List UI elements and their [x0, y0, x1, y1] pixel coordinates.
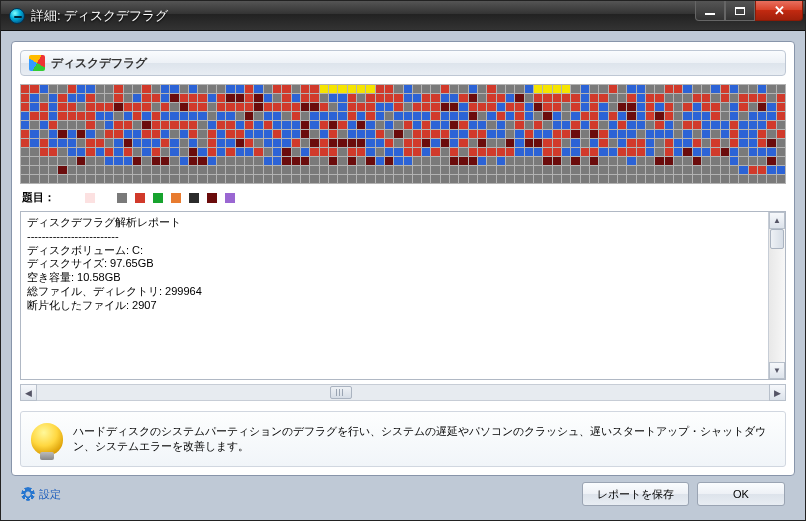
defrag-block [627, 112, 635, 120]
defrag-block [30, 148, 38, 156]
defrag-block [292, 112, 300, 120]
defrag-block [777, 112, 785, 120]
defrag-block [226, 121, 234, 129]
defrag-block [198, 157, 206, 165]
defrag-block [693, 103, 701, 111]
defrag-block [655, 112, 663, 120]
defrag-block [282, 94, 290, 102]
scroll-left-button[interactable]: ◀ [20, 384, 37, 401]
defrag-block [413, 112, 421, 120]
defrag-block [534, 157, 542, 165]
defrag-block [404, 175, 412, 183]
defrag-block [142, 103, 150, 111]
defrag-block [739, 148, 747, 156]
defrag-block [254, 103, 262, 111]
defrag-block [777, 103, 785, 111]
defrag-block [236, 139, 244, 147]
save-report-button[interactable]: レポートを保存 [582, 482, 689, 506]
defrag-block [161, 148, 169, 156]
defrag-block [497, 121, 505, 129]
defrag-block [404, 121, 412, 129]
defrag-block [506, 157, 514, 165]
defrag-block [310, 112, 318, 120]
defrag-block [413, 130, 421, 138]
defrag-block [711, 130, 719, 138]
defrag-block [282, 148, 290, 156]
defrag-block [553, 166, 561, 174]
defrag-block [711, 139, 719, 147]
defrag-block [553, 94, 561, 102]
defrag-block [543, 175, 551, 183]
defrag-block [497, 103, 505, 111]
defrag-block [394, 85, 402, 93]
defrag-block [404, 112, 412, 120]
scroll-thumb[interactable] [770, 229, 784, 249]
defrag-block [441, 94, 449, 102]
defrag-block [581, 148, 589, 156]
section-header-text: ディスクデフラグ [51, 55, 147, 72]
defrag-block [21, 157, 29, 165]
defrag-block [114, 148, 122, 156]
close-button[interactable]: ✕ [755, 1, 803, 21]
defrag-block [534, 130, 542, 138]
defrag-block [571, 148, 579, 156]
defrag-block [674, 130, 682, 138]
defrag-block [413, 139, 421, 147]
defrag-block [571, 112, 579, 120]
defrag-block [702, 139, 710, 147]
maximize-button[interactable] [725, 1, 755, 21]
defrag-block [114, 103, 122, 111]
defrag-block [404, 130, 412, 138]
defrag-block [394, 166, 402, 174]
defrag-block [385, 130, 393, 138]
defrag-block [590, 85, 598, 93]
defrag-block [86, 94, 94, 102]
defrag-block [543, 157, 551, 165]
defrag-block [245, 166, 253, 174]
scroll-down-button[interactable]: ▼ [769, 362, 785, 379]
report-textarea[interactable]: ディスクデフラグ解析レポート -------------------------… [20, 211, 786, 380]
defrag-block [208, 130, 216, 138]
defrag-block [68, 157, 76, 165]
defrag-block [96, 139, 104, 147]
defrag-block [217, 112, 225, 120]
defrag-block [366, 157, 374, 165]
defrag-block [777, 121, 785, 129]
defrag-block [161, 94, 169, 102]
settings-link[interactable]: 設定 [21, 487, 61, 502]
defrag-block [730, 94, 738, 102]
defrag-block [422, 112, 430, 120]
hscroll-track[interactable] [37, 384, 769, 401]
defrag-block [282, 166, 290, 174]
defrag-block [21, 103, 29, 111]
hscroll-thumb[interactable] [330, 386, 352, 399]
ok-button[interactable]: OK [697, 482, 785, 506]
defrag-block [236, 85, 244, 93]
defrag-block [338, 94, 346, 102]
defrag-block [310, 130, 318, 138]
minimize-button[interactable] [695, 1, 725, 21]
defrag-block [739, 121, 747, 129]
defrag-block [86, 157, 94, 165]
defrag-block [702, 121, 710, 129]
defrag-block [273, 166, 281, 174]
defrag-block [30, 94, 38, 102]
defrag-block [683, 94, 691, 102]
defrag-block [497, 112, 505, 120]
titlebar[interactable]: 詳細: ディスクデフラグ ✕ [1, 1, 805, 31]
scroll-up-button[interactable]: ▲ [769, 212, 785, 229]
scroll-track[interactable] [769, 229, 785, 362]
defrag-block [571, 157, 579, 165]
horizontal-scrollbar[interactable]: ◀ ▶ [20, 384, 786, 401]
defrag-block [161, 175, 169, 183]
defrag-block [161, 130, 169, 138]
defrag-block [413, 157, 421, 165]
defrag-block [133, 121, 141, 129]
defrag-block [609, 166, 617, 174]
defrag-block [49, 139, 57, 147]
defrag-block [348, 94, 356, 102]
vertical-scrollbar[interactable]: ▲ ▼ [768, 212, 785, 379]
scroll-right-button[interactable]: ▶ [769, 384, 786, 401]
defrag-block [282, 139, 290, 147]
defrag-block [702, 103, 710, 111]
